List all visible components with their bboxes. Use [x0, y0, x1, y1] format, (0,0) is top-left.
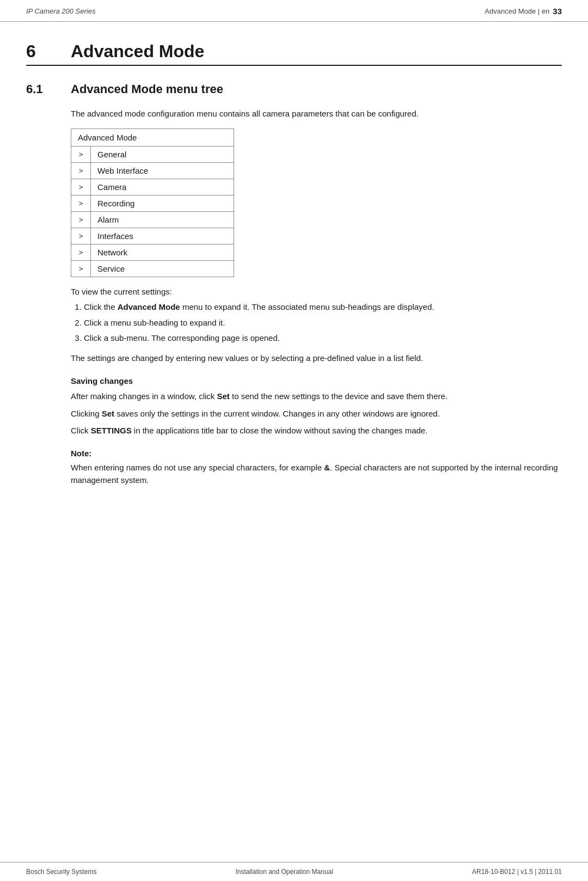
- menu-tree-arrow: >: [71, 146, 91, 163]
- note-before: When entering names do not use any speci…: [71, 463, 324, 472]
- section-title: Advanced Mode menu tree: [71, 82, 223, 96]
- chapter-title: Advanced Mode: [71, 41, 204, 62]
- para1-bold: Set: [217, 391, 229, 401]
- intro-text: The advanced mode configuration menu con…: [71, 109, 419, 118]
- para1-before: After making changes in a window, click: [71, 391, 217, 401]
- header-right: Advanced Mode | en 33: [485, 7, 562, 16]
- menu-tree-item-label: Alarm: [91, 212, 234, 228]
- menu-tree-item-label: Network: [91, 244, 234, 261]
- menu-tree-arrow: >: [71, 261, 91, 277]
- menu-tree-row: >Recording: [71, 195, 234, 212]
- note-title: Note:: [71, 449, 562, 458]
- note-bold: &: [324, 463, 330, 472]
- menu-tree-row: >Network: [71, 244, 234, 261]
- footer-right: AR18-10-B012 | v1.5 | 2011.01: [472, 868, 562, 876]
- header-mode-text: Advanced Mode | en: [485, 7, 549, 15]
- menu-tree-item-label: Recording: [91, 195, 234, 212]
- menu-tree-item-label: Web Interface: [91, 163, 234, 179]
- menu-tree-container: Advanced Mode >General>Web Interface>Cam…: [71, 129, 562, 277]
- steps-list: Click the Advanced Mode menu to expand i…: [71, 301, 562, 344]
- para3-before: Click: [71, 426, 91, 435]
- step3-text: Click a sub-menu. The corresponding page…: [84, 333, 280, 342]
- saving-changes-para1: After making changes in a window, click …: [71, 390, 562, 402]
- menu-tree-item-label: Camera: [91, 179, 234, 195]
- footer-center: Installation and Operation Manual: [235, 868, 333, 876]
- menu-tree-item-label: General: [91, 146, 234, 163]
- section-heading: 6.1 Advanced Mode menu tree: [26, 82, 562, 96]
- menu-tree-arrow: >: [71, 228, 91, 244]
- step1-bold: Advanced Mode: [118, 302, 180, 311]
- menu-tree-row: >Camera: [71, 179, 234, 195]
- numbered-steps: Click the Advanced Mode menu to expand i…: [71, 301, 562, 344]
- para2-bold: Set: [102, 409, 114, 418]
- section-number: 6.1: [26, 82, 53, 96]
- para3-after: in the applications title bar to close t…: [132, 426, 428, 435]
- main-content: 6 Advanced Mode 6.1 Advanced Mode menu t…: [0, 22, 588, 862]
- saving-changes-para3: Click SETTINGS in the applications title…: [71, 424, 562, 437]
- menu-tree-arrow: >: [71, 195, 91, 212]
- menu-tree-row: >Interfaces: [71, 228, 234, 244]
- intro-paragraph: The advanced mode configuration menu con…: [71, 107, 562, 120]
- menu-tree-item-label: Service: [91, 261, 234, 277]
- para2-before: Clicking: [71, 409, 102, 418]
- page-header: IP Camera 200 Series Advanced Mode | en …: [0, 0, 588, 22]
- page-footer: Bosch Security Systems Installation and …: [0, 862, 588, 881]
- step-1: Click the Advanced Mode menu to expand i…: [84, 301, 562, 313]
- note-body: When entering names do not use any speci…: [71, 461, 562, 487]
- menu-tree-arrow: >: [71, 163, 91, 179]
- saving-changes-section: Saving changes After making changes in a…: [71, 376, 562, 437]
- menu-tree-row: >Service: [71, 261, 234, 277]
- menu-tree-row: >General: [71, 146, 234, 163]
- menu-tree-arrow: >: [71, 212, 91, 228]
- header-series: IP Camera 200 Series: [26, 7, 95, 15]
- header-page-number: 33: [553, 7, 562, 16]
- page-container: IP Camera 200 Series Advanced Mode | en …: [0, 0, 588, 881]
- para1-after: to send the new settings to the device a…: [230, 391, 448, 401]
- menu-tree-item-label: Interfaces: [91, 228, 234, 244]
- menu-tree-arrow: >: [71, 179, 91, 195]
- para3-bold: SETTINGS: [91, 426, 132, 435]
- step-2: Click a menu sub-heading to expand it.: [84, 316, 562, 329]
- saving-changes-para2: Clicking Set saves only the settings in …: [71, 407, 562, 420]
- footer-left: Bosch Security Systems: [26, 868, 96, 876]
- menu-tree-header-cell: Advanced Mode: [71, 129, 234, 146]
- menu-tree-table: Advanced Mode >General>Web Interface>Cam…: [71, 129, 234, 277]
- step-3: Click a sub-menu. The corresponding page…: [84, 332, 562, 344]
- menu-tree-header-row: Advanced Mode: [71, 129, 234, 146]
- saving-changes-title: Saving changes: [71, 376, 562, 386]
- chapter-number: 6: [26, 41, 53, 62]
- view-settings-intro: To view the current settings:: [71, 287, 562, 296]
- menu-tree-row: >Alarm: [71, 212, 234, 228]
- chapter-heading: 6 Advanced Mode: [26, 41, 562, 66]
- step2-text: Click a menu sub-heading to expand it.: [84, 318, 225, 327]
- para2-after: saves only the settings in the current w…: [114, 409, 440, 418]
- menu-tree-arrow: >: [71, 244, 91, 261]
- note-section: Note: When entering names do not use any…: [71, 449, 562, 487]
- menu-tree-row: >Web Interface: [71, 163, 234, 179]
- settings-text: The settings are changed by entering new…: [71, 352, 562, 364]
